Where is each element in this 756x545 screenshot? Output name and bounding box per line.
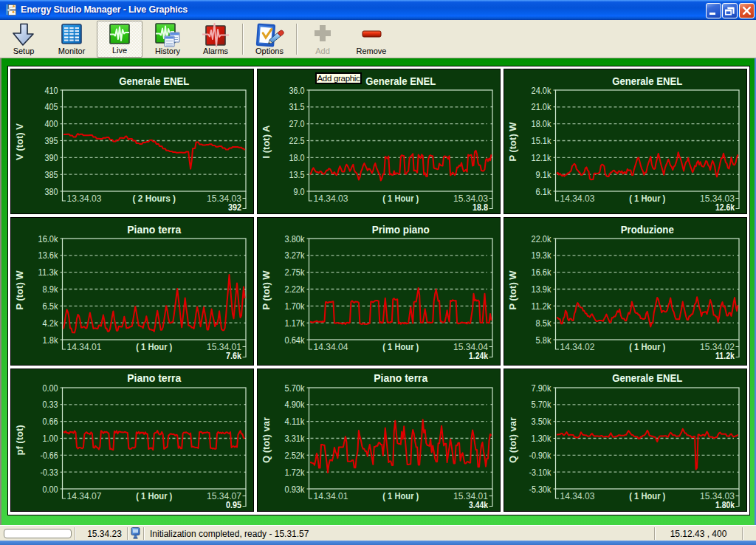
svg-text:14.34.02: 14.34.02 — [560, 342, 594, 352]
svg-text:5.70k: 5.70k — [285, 383, 306, 394]
svg-text:-3.10k: -3.10k — [529, 467, 551, 478]
svg-text:Primo piano: Primo piano — [372, 223, 430, 236]
svg-text:7.6k: 7.6k — [226, 349, 242, 360]
svg-text:13.9k: 13.9k — [531, 284, 551, 295]
svg-text:Q (tot) var: Q (tot) var — [507, 417, 518, 463]
svg-text:-0.66: -0.66 — [41, 450, 58, 461]
svg-text:I (tot) A: I (tot) A — [261, 125, 272, 159]
svg-text:390: 390 — [45, 153, 58, 163]
svg-text:14.34.03: 14.34.03 — [314, 193, 348, 204]
svg-text:22.0k: 22.0k — [531, 233, 551, 244]
svg-text:P (tot) W: P (tot) W — [14, 270, 25, 309]
svg-text:Piano terra: Piano terra — [127, 223, 182, 236]
svg-text:12.1k: 12.1k — [531, 153, 551, 163]
svg-text:18.0: 18.0 — [289, 153, 305, 163]
svg-text:395: 395 — [45, 136, 58, 146]
svg-text:36.0: 36.0 — [289, 86, 305, 96]
svg-text:5.70k: 5.70k — [531, 400, 551, 410]
svg-text:Produzione: Produzione — [620, 223, 673, 236]
svg-text:-0.33: -0.33 — [41, 467, 58, 478]
svg-text:-5.30k: -5.30k — [529, 484, 551, 495]
svg-text:1.17k: 1.17k — [285, 318, 306, 328]
svg-text:( 1 Hour ): ( 1 Hour ) — [629, 193, 665, 204]
svg-text:2.52k: 2.52k — [285, 450, 306, 461]
svg-text:6.5k: 6.5k — [43, 301, 59, 311]
svg-text:1.70k: 1.70k — [285, 301, 306, 311]
svg-text:18.0k: 18.0k — [531, 119, 551, 129]
svg-text:Generale ENEL: Generale ENEL — [119, 75, 189, 87]
svg-text:( 1 Hour ): ( 1 Hour ) — [136, 491, 172, 501]
svg-text:0.66: 0.66 — [43, 417, 58, 427]
svg-text:12.6k: 12.6k — [715, 202, 735, 213]
svg-text:11.3k: 11.3k — [38, 267, 59, 278]
svg-text:31.5: 31.5 — [289, 102, 305, 112]
svg-text:14.34.07: 14.34.07 — [67, 491, 102, 501]
svg-text:Generale ENEL: Generale ENEL — [365, 75, 436, 87]
svg-text:3.50k: 3.50k — [531, 417, 551, 427]
svg-text:1.24k: 1.24k — [469, 349, 489, 360]
svg-text:11.2k: 11.2k — [715, 349, 735, 360]
svg-text:27.0: 27.0 — [289, 119, 305, 129]
svg-text:2.75k: 2.75k — [285, 267, 306, 278]
svg-text:8.5k: 8.5k — [535, 318, 551, 328]
svg-text:Piano terra: Piano terra — [374, 371, 428, 384]
svg-text:0.95: 0.95 — [226, 499, 241, 510]
svg-text:( 1 Hour ): ( 1 Hour ) — [382, 193, 419, 204]
svg-text:1.80k: 1.80k — [715, 499, 735, 510]
svg-text:0.00: 0.00 — [43, 484, 58, 495]
svg-text:14.34.03: 14.34.03 — [560, 193, 594, 204]
svg-text:-0.90k: -0.90k — [529, 450, 551, 461]
svg-text:3.80k: 3.80k — [285, 233, 306, 244]
svg-text:1.72k: 1.72k — [285, 467, 306, 478]
svg-text:380: 380 — [45, 187, 58, 197]
svg-text:1.00: 1.00 — [43, 433, 58, 444]
svg-text:21.0k: 21.0k — [531, 102, 551, 112]
svg-text:16.6k: 16.6k — [531, 267, 551, 278]
svg-text:410: 410 — [45, 86, 58, 96]
svg-text:1.30k: 1.30k — [531, 433, 551, 444]
svg-text:3.44k: 3.44k — [469, 499, 489, 510]
svg-text:19.3k: 19.3k — [531, 250, 551, 261]
svg-text:1.8k: 1.8k — [43, 335, 59, 345]
svg-text:V (tot) V: V (tot) V — [14, 123, 25, 160]
svg-text:385: 385 — [45, 170, 58, 180]
svg-text:400: 400 — [45, 119, 58, 129]
svg-text:5.8k: 5.8k — [535, 335, 551, 345]
svg-text:( 1 Hour ): ( 1 Hour ) — [629, 491, 665, 501]
svg-text:( 1 Hour ): ( 1 Hour ) — [382, 342, 419, 352]
svg-text:14.34.03: 14.34.03 — [560, 491, 594, 501]
svg-text:pf (tot): pf (tot) — [14, 425, 25, 455]
svg-text:0.64k: 0.64k — [285, 335, 306, 345]
svg-text:4.11k: 4.11k — [285, 417, 306, 427]
svg-text:0.00: 0.00 — [43, 383, 58, 394]
svg-text:Q (tot) var: Q (tot) var — [261, 417, 272, 463]
svg-text:9.1k: 9.1k — [535, 170, 551, 180]
svg-text:16.0k: 16.0k — [38, 233, 59, 244]
svg-text:7.90k: 7.90k — [531, 383, 551, 394]
svg-text:4.2k: 4.2k — [43, 318, 59, 328]
svg-text:( 1 Hour ): ( 1 Hour ) — [136, 342, 172, 352]
svg-text:14.34.01: 14.34.01 — [67, 342, 102, 352]
svg-text:3.31k: 3.31k — [285, 433, 306, 444]
svg-text:Generale ENEL: Generale ENEL — [612, 75, 682, 87]
svg-text:405: 405 — [45, 102, 58, 112]
svg-text:15.1k: 15.1k — [531, 136, 551, 146]
svg-text:8.9k: 8.9k — [43, 284, 59, 295]
svg-text:3.27k: 3.27k — [285, 250, 306, 261]
svg-text:P (tot) W: P (tot) W — [507, 270, 518, 309]
svg-text:Generale ENEL: Generale ENEL — [612, 371, 682, 384]
svg-text:4.90k: 4.90k — [285, 400, 306, 410]
svg-text:( 2 Hours ): ( 2 Hours ) — [133, 193, 176, 204]
svg-text:11.2k: 11.2k — [531, 301, 551, 311]
svg-text:24.0k: 24.0k — [531, 86, 551, 96]
svg-text:14.34.01: 14.34.01 — [314, 491, 348, 501]
svg-text:18.8: 18.8 — [472, 202, 488, 213]
svg-text:14.34.04: 14.34.04 — [314, 342, 348, 352]
svg-text:9.0: 9.0 — [294, 187, 305, 197]
svg-text:392: 392 — [228, 202, 241, 213]
svg-text:6.1k: 6.1k — [535, 187, 551, 197]
svg-text:2.22k: 2.22k — [285, 284, 306, 295]
svg-text:P (tot) W: P (tot) W — [261, 270, 272, 309]
svg-text:0.33: 0.33 — [43, 400, 58, 410]
svg-text:13.34.03: 13.34.03 — [67, 193, 102, 204]
